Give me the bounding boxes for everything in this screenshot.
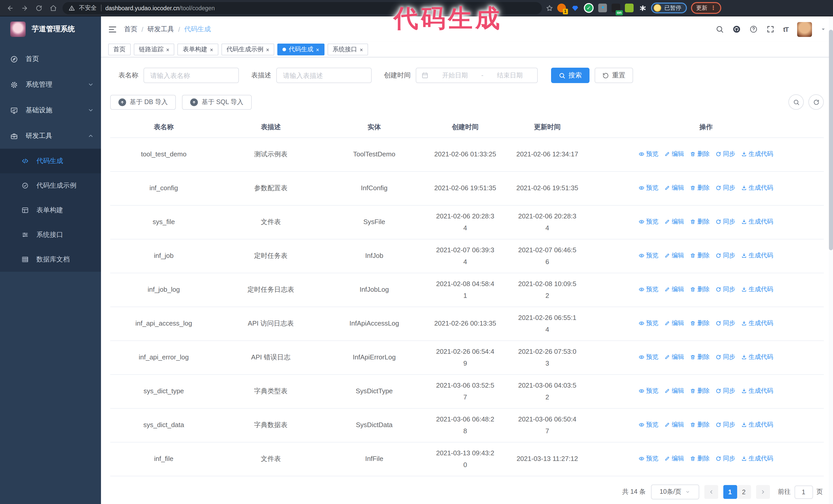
edit-link[interactable]: 编辑 xyxy=(665,183,684,193)
sync-link[interactable]: 同步 xyxy=(716,183,735,193)
close-tab-icon[interactable]: × xyxy=(316,46,319,52)
font-size-icon[interactable]: tT xyxy=(783,25,788,33)
delete-link[interactable]: 删除 xyxy=(690,149,710,159)
edit-link[interactable]: 编辑 xyxy=(665,284,684,294)
home-nav-icon[interactable] xyxy=(48,4,58,11)
preview-link[interactable]: 预览 xyxy=(639,318,659,329)
page-button-2[interactable]: 2 xyxy=(737,485,751,499)
sidebar-subitem-0[interactable]: 代码生成 xyxy=(0,149,101,173)
forward-icon[interactable] xyxy=(20,4,30,11)
bookmark-star-icon[interactable] xyxy=(546,4,553,11)
delete-link[interactable]: 删除 xyxy=(690,284,710,294)
import-sql-button[interactable]: 基于 SQL 导入 xyxy=(182,95,252,110)
github-icon[interactable] xyxy=(732,25,740,33)
preview-link[interactable]: 预览 xyxy=(639,453,659,464)
import-db-button[interactable]: 基于 DB 导入 xyxy=(110,95,176,110)
vertical-scrollbar[interactable] xyxy=(829,17,833,504)
reset-button[interactable]: 重置 xyxy=(595,68,633,83)
close-tab-icon[interactable]: × xyxy=(360,46,363,52)
browser-menu-dots-icon[interactable]: ⋮ xyxy=(711,5,716,11)
extension-icon-dark[interactable]: on xyxy=(612,4,620,12)
extension-icon-orange[interactable]: 1 xyxy=(557,4,566,12)
page-url[interactable]: dashboard.yudao.iocoder.cn/tool/codegen xyxy=(105,5,215,11)
page-button-1[interactable]: 1 xyxy=(723,485,737,499)
delete-link[interactable]: 删除 xyxy=(690,318,710,329)
breadcrumb-item-0[interactable]: 首页 xyxy=(124,25,137,34)
close-tab-icon[interactable]: × xyxy=(266,46,269,52)
extension-icon-check[interactable]: ✓ xyxy=(584,3,594,13)
edit-link[interactable]: 编辑 xyxy=(665,386,684,396)
delete-link[interactable]: 删除 xyxy=(690,386,710,396)
sync-link[interactable]: 同步 xyxy=(716,352,735,362)
address-bar[interactable]: 不安全 dashboard.yudao.iocoder.cn/tool/code… xyxy=(63,2,542,14)
close-tab-icon[interactable]: × xyxy=(166,46,169,52)
generate-code-link[interactable]: 生成代码 xyxy=(741,284,773,294)
delete-link[interactable]: 删除 xyxy=(690,453,710,464)
generate-code-link[interactable]: 生成代码 xyxy=(741,183,773,193)
delete-link[interactable]: 删除 xyxy=(690,352,710,362)
sync-link[interactable]: 同步 xyxy=(716,419,735,430)
edit-link[interactable]: 编辑 xyxy=(665,352,684,362)
delete-link[interactable]: 删除 xyxy=(690,183,710,193)
sync-link[interactable]: 同步 xyxy=(716,386,735,396)
sync-link[interactable]: 同步 xyxy=(716,216,735,227)
update-button[interactable]: 更新 ⋮ xyxy=(691,2,721,14)
scrollbar-thumb[interactable] xyxy=(829,30,833,250)
sync-link[interactable]: 同步 xyxy=(716,284,735,294)
reload-icon[interactable] xyxy=(34,4,44,11)
delete-link[interactable]: 删除 xyxy=(690,216,710,227)
sync-link[interactable]: 同步 xyxy=(716,149,735,159)
preview-link[interactable]: 预览 xyxy=(639,352,659,362)
delete-link[interactable]: 删除 xyxy=(690,250,710,261)
edit-link[interactable]: 编辑 xyxy=(665,419,684,430)
edit-link[interactable]: 编辑 xyxy=(665,216,684,227)
generate-code-link[interactable]: 生成代码 xyxy=(741,453,773,464)
edit-link[interactable]: 编辑 xyxy=(665,149,684,159)
refresh-table-button[interactable] xyxy=(808,94,824,110)
toggle-search-button[interactable] xyxy=(788,94,804,110)
preview-link[interactable]: 预览 xyxy=(639,183,659,193)
help-icon[interactable] xyxy=(749,25,757,33)
preview-link[interactable]: 预览 xyxy=(639,284,659,294)
back-icon[interactable] xyxy=(5,4,15,11)
sidebar-subitem-4[interactable]: 数据库文档 xyxy=(0,247,101,272)
extension-icon-gem[interactable] xyxy=(571,4,579,12)
generate-code-link[interactable]: 生成代码 xyxy=(741,318,773,329)
preview-link[interactable]: 预览 xyxy=(639,216,659,227)
preview-link[interactable]: 预览 xyxy=(639,386,659,396)
user-avatar[interactable] xyxy=(797,22,812,37)
fullscreen-icon[interactable] xyxy=(766,25,774,33)
sync-link[interactable]: 同步 xyxy=(716,318,735,329)
sidebar-toggle-icon[interactable] xyxy=(108,25,117,33)
tab-5[interactable]: 系统接口× xyxy=(328,44,368,55)
generate-code-link[interactable]: 生成代码 xyxy=(741,386,773,396)
delete-link[interactable]: 删除 xyxy=(690,419,710,430)
sidebar-item-3[interactable]: 研发工具 xyxy=(0,123,101,149)
generate-code-link[interactable]: 生成代码 xyxy=(741,419,773,430)
tab-1[interactable]: 链路追踪× xyxy=(134,44,174,55)
table-desc-input[interactable] xyxy=(276,68,372,83)
preview-link[interactable]: 预览 xyxy=(639,250,659,261)
edit-link[interactable]: 编辑 xyxy=(665,453,684,464)
sidebar-item-0[interactable]: 首页 xyxy=(0,46,101,72)
generate-code-link[interactable]: 生成代码 xyxy=(741,149,773,159)
extension-icon-grid[interactable] xyxy=(598,4,607,12)
edit-link[interactable]: 编辑 xyxy=(665,250,684,261)
generate-code-link[interactable]: 生成代码 xyxy=(741,352,773,362)
generate-code-link[interactable]: 生成代码 xyxy=(741,250,773,261)
goto-page-input[interactable] xyxy=(794,485,813,499)
security-label[interactable]: 不安全 xyxy=(79,4,97,12)
sync-link[interactable]: 同步 xyxy=(716,453,735,464)
extensions-puzzle-icon[interactable] xyxy=(638,4,647,12)
tab-3[interactable]: 代码生成示例× xyxy=(221,44,275,55)
sidebar-item-1[interactable]: 系统管理 xyxy=(0,72,101,97)
page-size-select[interactable]: 10条/页 xyxy=(651,484,699,499)
prev-page-button[interactable] xyxy=(704,485,718,499)
date-range-picker[interactable]: 开始日期 - 结束日期 xyxy=(416,68,538,83)
sidebar-item-2[interactable]: 基础设施 xyxy=(0,97,101,123)
search-button[interactable]: 搜索 xyxy=(551,68,590,83)
preview-link[interactable]: 预览 xyxy=(639,419,659,430)
profile-paused-pill[interactable]: 已暂停 xyxy=(651,3,687,13)
tab-0[interactable]: 首页 xyxy=(108,44,131,55)
close-tab-icon[interactable]: × xyxy=(210,46,213,52)
